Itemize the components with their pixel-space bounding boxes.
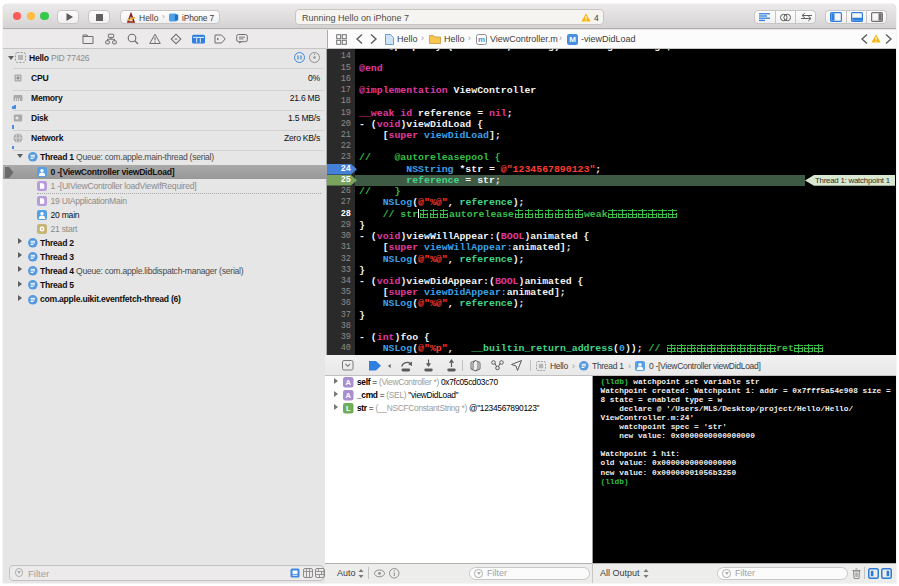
svg-text:Thread 1: watchpoint 1: Thread 1: watchpoint 1: [815, 176, 890, 185]
svg-text:L: L: [346, 404, 351, 413]
svg-text:A: A: [346, 378, 352, 387]
svg-text:m: m: [478, 35, 485, 44]
svg-text:A: A: [346, 391, 352, 400]
svg-text:M: M: [569, 35, 576, 44]
